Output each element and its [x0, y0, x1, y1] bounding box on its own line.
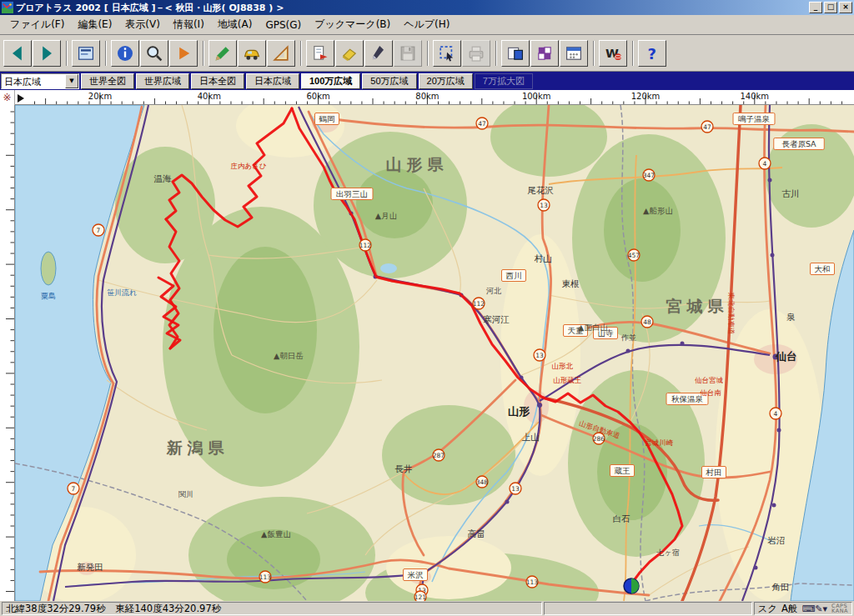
ime-mode-indicator[interactable]: A般 [781, 603, 797, 615]
export-map-button[interactable] [306, 40, 334, 67]
scale-button-4[interactable]: 100万広域 [301, 73, 360, 89]
ime-icon-1[interactable]: ✎ [815, 603, 822, 614]
map-label: 白石 [613, 513, 631, 523]
map-label: 鶴岡 [319, 114, 335, 123]
map-label: 寒河江 [483, 314, 510, 324]
map-label: 宮城川崎 [645, 438, 674, 447]
svg-text:113: 113 [526, 578, 539, 586]
ime-icon-0[interactable]: ⌨ [801, 603, 815, 614]
map-label: 仙台南 [700, 388, 721, 397]
scale-bar: 日本広域 ▼ 世界全図世界広域日本全図日本広域100万広域50万広域20万広域7… [0, 72, 854, 90]
map-label: 蔵王 [615, 466, 631, 475]
menu-item-7[interactable]: ヘルプ(H) [397, 16, 456, 33]
toolbar-separator [495, 41, 497, 66]
drive-route-button[interactable] [238, 40, 266, 67]
info-button[interactable] [111, 40, 139, 67]
select-region-button[interactable] [433, 40, 461, 67]
close-button[interactable]: × [839, 2, 852, 13]
toolbar-separator [105, 41, 107, 66]
menu-item-5[interactable]: GPS(G) [259, 18, 308, 33]
chevron-down-icon[interactable]: ▼ [65, 74, 78, 88]
journal-window-button[interactable] [72, 40, 100, 67]
map-label: 秋保温泉 [671, 394, 704, 403]
menu-item-3[interactable]: 情報(I) [167, 16, 211, 33]
map-label: ▲飯豊山 [261, 529, 291, 538]
back-button[interactable] [3, 40, 32, 67]
calendar-info-button[interactable] [560, 40, 588, 67]
map-label: 出羽三山 [336, 189, 368, 198]
region-combobox[interactable]: 日本広域 ▼ [1, 73, 79, 89]
map-label: 仙台宮城 [695, 376, 724, 384]
panels-button[interactable] [501, 40, 530, 67]
help-button[interactable]: ? [638, 40, 666, 67]
svg-text:140km: 140km [740, 92, 769, 101]
map-label: 河北 [486, 287, 501, 295]
journal-window-icon [76, 43, 96, 63]
map-label: 古川 [782, 188, 800, 198]
map-label: 山形蔵王 [553, 376, 582, 384]
mesh-grid-button[interactable] [530, 40, 559, 67]
scale-button-3[interactable]: 日本広域 [246, 73, 299, 89]
map-label: 山形北 [551, 362, 573, 370]
map-label: 泉 [786, 312, 796, 322]
map-viewport[interactable]: 7747471313131348112112286287113113457347… [15, 105, 854, 601]
scale-button-5[interactable]: 50万広域 [362, 73, 416, 89]
title-bar[interactable]: プロアトラス 2002 [ 日本広域 ]－< 秋田・山形( OJ8838 ) >… [0, 0, 854, 15]
menu-bar: ファイル(F)編集(E)表示(V)情報(I)地域(A)GPS(G)ブックマーク(… [0, 15, 854, 35]
draw-pencil-button[interactable] [208, 40, 237, 67]
scale-button-2[interactable]: 日本全図 [191, 73, 244, 89]
route-play-icon [173, 43, 193, 63]
status-filler [544, 602, 752, 615]
menu-item-2[interactable]: 表示(V) [118, 16, 167, 33]
scale-button-0[interactable]: 世界全図 [81, 73, 134, 89]
ime-icon-2[interactable]: ▾ [823, 603, 828, 614]
minimize-button[interactable]: _ [809, 2, 822, 13]
scale-button-1[interactable]: 世界広域 [136, 73, 189, 89]
map-label: 鳴子温泉 [738, 114, 771, 123]
forward-button[interactable] [33, 40, 61, 67]
map-label: ▲船形山 [643, 206, 673, 215]
help-icon: ? [642, 43, 662, 63]
draw-pencil-icon [213, 43, 233, 63]
route-play-button[interactable] [169, 40, 198, 67]
map-label: 上山 [522, 432, 540, 442]
reference-mark: ※ [3, 92, 11, 103]
app-icon [2, 2, 13, 13]
map-label: 新発田 [77, 562, 103, 572]
search-button[interactable] [140, 40, 168, 67]
h-ruler-svg: 20km40km60km80km100km120km140km [15, 90, 854, 105]
eraser-button[interactable] [335, 40, 364, 67]
map-label: 角田 [772, 582, 790, 592]
toolbar: W? [0, 36, 854, 72]
svg-text:13: 13 [511, 485, 520, 493]
map-canvas[interactable]: 7747471313131348112112286287113113457347… [15, 105, 854, 601]
svg-text:13: 13 [540, 202, 548, 209]
map-label: 米沢 [408, 570, 424, 579]
svg-text:7: 7 [72, 485, 76, 493]
map-label: 長者原SA [781, 139, 816, 148]
maximize-button[interactable]: □ [824, 2, 837, 13]
scale-button-6[interactable]: 20万広域 [419, 73, 473, 89]
print-button[interactable] [462, 40, 490, 67]
menu-item-0[interactable]: ファイル(F) [3, 16, 71, 33]
status-bar: 北緯38度32分29.79秒 東経140度43分20.97秒 スク A般 ⌨✎▾… [0, 601, 854, 616]
mesh-grid-icon [535, 43, 555, 63]
ime-toolbar[interactable]: スク A般 ⌨✎▾ CAPS KANA [754, 602, 852, 615]
lake-gassan [380, 263, 397, 273]
coordinate-readout: 北緯38度32分29.79秒 東経140度43分20.97秒 [2, 602, 542, 615]
menu-item-1[interactable]: 編集(E) [71, 16, 118, 33]
menu-item-6[interactable]: ブックマーク(B) [308, 16, 397, 33]
search-icon [144, 43, 164, 63]
pen-button[interactable] [364, 40, 393, 67]
save-button[interactable] [394, 40, 422, 67]
map-label: 長井 [395, 463, 413, 473]
measure-button[interactable] [267, 40, 295, 67]
svg-text:20km: 20km [88, 92, 112, 101]
scroll-lock-indicator: スク [758, 603, 778, 615]
menu-item-4[interactable]: 地域(A) [211, 16, 259, 33]
web-link-button[interactable]: W [599, 40, 627, 67]
print-icon [466, 43, 486, 63]
svg-text:112: 112 [359, 242, 372, 249]
toolbar-separator [593, 41, 595, 66]
map-label: ▲朝日岳 [274, 351, 304, 360]
